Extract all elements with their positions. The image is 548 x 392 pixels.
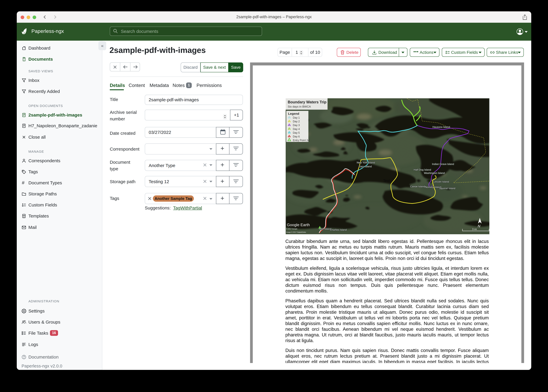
svg-text:Google Earth: Google Earth <box>287 223 310 227</box>
svg-text:Charlies Island: Charlies Island <box>330 228 347 231</box>
svg-text:New York Island: New York Island <box>357 161 375 164</box>
svg-text:© 2017 Google: © 2017 Google <box>286 228 297 230</box>
svg-text:Washington Island: Washington Island <box>424 172 445 175</box>
svg-text:Text: Text <box>383 179 390 183</box>
svg-text:Norway Island: Norway Island <box>425 186 441 189</box>
svg-text:Day 2: Day 2 <box>293 120 300 123</box>
svg-text:3 mi: 3 mi <box>472 228 477 231</box>
svg-text:Mile Island: Mile Island <box>319 228 331 230</box>
svg-text:Canoe Island: Canoe Island <box>410 185 425 188</box>
svg-text:Day 6: Day 6 <box>293 135 300 138</box>
svg-text:Gary Island: Gary Island <box>359 165 372 168</box>
svg-text:Six days in BWCA: Six days in BWCA <box>288 105 311 108</box>
svg-text:Squirrel Island: Squirrel Island <box>439 187 455 190</box>
svg-text:Half Dog Island: Half Dog Island <box>414 168 431 171</box>
svg-text:Image © 2017 DigitalGlobe: Image © 2017 DigitalGlobe <box>286 231 306 233</box>
svg-text:Day 5: Day 5 <box>293 131 300 134</box>
svg-text:Boundary Waters Trip: Boundary Waters Trip <box>288 100 326 104</box>
svg-text:Legend: Legend <box>288 112 299 115</box>
svg-text:N: N <box>478 224 480 228</box>
svg-text:Indian Grave Island: Indian Grave Island <box>432 163 454 166</box>
svg-text:Hausons Island: Hausons Island <box>433 126 450 128</box>
svg-text:Entry Point 24: Entry Point 24 <box>293 139 310 142</box>
svg-text:Day 1: Day 1 <box>293 116 300 119</box>
svg-text:Day 4: Day 4 <box>293 128 300 131</box>
svg-text:Day 3: Day 3 <box>293 124 300 127</box>
svg-text:Lincoln Island: Lincoln Island <box>433 180 449 183</box>
